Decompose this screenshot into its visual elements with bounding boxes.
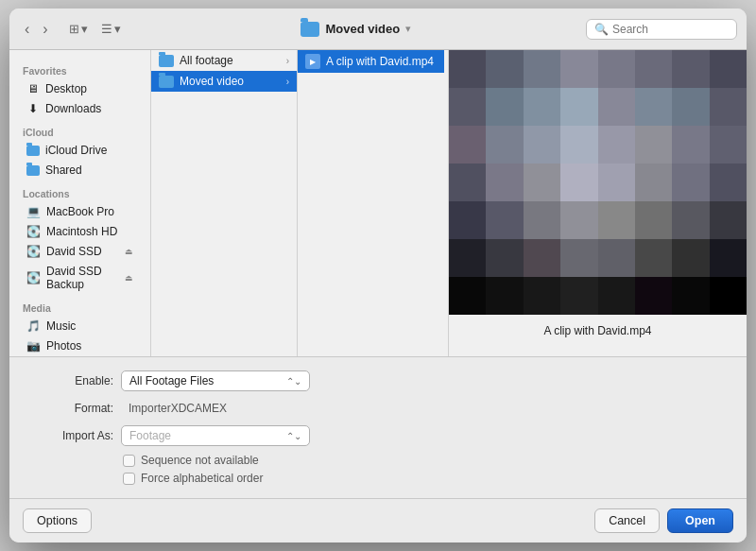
pixel-cell: [710, 164, 747, 201]
alphabetical-checkbox-row[interactable]: Force alphabetical order: [123, 472, 728, 485]
pixel-cell: [524, 126, 560, 164]
enable-dropdown[interactable]: All Footage Files ⌃⌄: [121, 370, 310, 391]
pixel-cell: [524, 164, 560, 201]
sidebar-item-david-ssd[interactable]: 💽 David SSD ⏏: [13, 242, 146, 261]
pixel-cell: [449, 201, 486, 239]
file-browser: All footage › Moved video › ▶ A clip wit…: [151, 50, 449, 356]
format-row: Format: ImporterXDCAMEX: [28, 399, 728, 418]
pixel-cell: [524, 239, 560, 277]
sequence-checkbox[interactable]: [123, 455, 135, 467]
list-item[interactable]: All footage ›: [151, 50, 297, 71]
pixel-cell: [524, 201, 560, 239]
pixel-cell: [672, 277, 709, 315]
desktop-icon: 🖥: [26, 82, 40, 95]
sidebar-item-shared[interactable]: Shared: [13, 161, 146, 180]
folder-label: Moved video ▾: [132, 22, 580, 37]
pixel-cell: [486, 164, 523, 201]
sidebar-item-icloud-drive[interactable]: iCloud Drive: [13, 141, 146, 160]
pixel-cell: [449, 50, 486, 88]
pixel-cell: [598, 164, 635, 201]
options-button[interactable]: Options: [23, 508, 92, 533]
david-ssd-backup-eject-icon[interactable]: ⏏: [125, 273, 133, 283]
media-section-label: Media: [9, 295, 150, 316]
import-as-row: Import As: Footage ⌃⌄: [28, 425, 728, 446]
pixel-cell: [449, 239, 486, 277]
list-view-chevron: ▾: [114, 22, 121, 36]
search-box[interactable]: 🔍: [586, 19, 737, 40]
format-label: Format:: [28, 402, 113, 415]
sidebar-item-icloud-drive-label: iCloud Drive: [45, 144, 107, 157]
pixel-cell: [524, 88, 560, 126]
dropdown-arrow-icon: ⌃⌄: [286, 376, 301, 387]
sidebar-item-desktop-label: Desktop: [45, 82, 87, 95]
list-view-button[interactable]: ☰ ▾: [95, 18, 127, 40]
import-as-dropdown[interactable]: Footage ⌃⌄: [121, 425, 310, 446]
pixel-grid: [449, 50, 747, 315]
folder-chevron-icon: ▾: [405, 23, 411, 35]
current-folder-name: Moved video: [325, 22, 400, 36]
sidebar-item-macintosh-hd[interactable]: 💽 Macintosh HD: [13, 222, 146, 241]
icloud-section-label: iCloud: [9, 119, 150, 140]
sidebar-item-david-ssd-backup[interactable]: 💽 David SSD Backup ⏏: [13, 262, 146, 294]
sidebar: Favorites 🖥 Desktop ⬇ Downloads iCloud i…: [9, 50, 151, 356]
toolbar: ‹ › ⊞ ▾ ☰ ▾ Moved video ▾ 🔍: [9, 9, 747, 50]
file-name: A clip with David.mp4: [326, 55, 434, 68]
list-item[interactable]: ▶ A clip with David.mp4: [298, 50, 444, 73]
import-as-label: Import As:: [28, 429, 113, 442]
pixel-cell: [635, 50, 672, 88]
enable-label: Enable:: [28, 374, 113, 387]
pixel-cell: [635, 88, 672, 126]
search-input[interactable]: [612, 23, 726, 36]
pixel-cell: [710, 201, 747, 239]
sidebar-item-downloads[interactable]: ⬇ Downloads: [13, 99, 146, 118]
search-icon: 🔍: [594, 23, 609, 36]
sidebar-item-david-ssd-backup-label: David SSD Backup: [46, 265, 119, 291]
checkboxes: Sequence not available Force alphabetica…: [123, 454, 728, 485]
pixel-cell: [598, 88, 635, 126]
pixel-cell: [560, 277, 597, 315]
alphabetical-checkbox[interactable]: [123, 473, 135, 485]
list-view-icon: ☰: [101, 22, 112, 36]
downloads-icon: ⬇: [26, 102, 40, 115]
import-as-arrow-icon: ⌃⌄: [286, 431, 301, 441]
sidebar-item-photos[interactable]: 📷 Photos: [13, 336, 146, 355]
david-ssd-icon: 💽: [26, 245, 41, 258]
nav-buttons: ‹ ›: [19, 17, 54, 42]
pixel-cell: [710, 277, 747, 315]
pixel-cell: [486, 239, 523, 277]
macintosh-hd-icon: 💽: [26, 225, 41, 238]
sidebar-item-music[interactable]: 🎵 Music: [13, 317, 146, 336]
columns-view-button[interactable]: ⊞ ▾: [63, 18, 94, 40]
pixel-cell: [635, 277, 672, 315]
preview-panel: A clip with David.mp4: [449, 50, 747, 356]
preview-filename: A clip with David.mp4: [449, 315, 747, 343]
chevron-right-icon: ›: [286, 56, 289, 66]
pixel-cell: [560, 164, 597, 201]
list-item[interactable]: Moved video ›: [151, 71, 297, 92]
columns-view-icon: ⊞: [69, 22, 79, 36]
sidebar-item-desktop[interactable]: 🖥 Desktop: [13, 79, 146, 98]
sidebar-item-macbook-pro[interactable]: 💻 MacBook Pro: [13, 202, 146, 221]
sidebar-item-shared-label: Shared: [45, 164, 82, 177]
sequence-checkbox-row[interactable]: Sequence not available: [123, 454, 728, 467]
pixel-cell: [672, 88, 709, 126]
pixel-cell: [486, 277, 523, 315]
pixel-cell: [449, 88, 486, 126]
david-ssd-eject-icon[interactable]: ⏏: [125, 247, 133, 256]
columns-view-chevron: ▾: [81, 22, 88, 36]
sequence-checkbox-label: Sequence not available: [141, 454, 259, 467]
pixel-cell: [486, 50, 523, 88]
back-button[interactable]: ‹: [19, 17, 35, 42]
cancel-button[interactable]: Cancel: [594, 508, 660, 533]
sidebar-item-macintosh-hd-label: Macintosh HD: [46, 225, 117, 238]
import-settings-panel: Enable: All Footage Files ⌃⌄ Format: Imp…: [9, 356, 747, 498]
chevron-right-icon: ›: [286, 77, 289, 87]
pixel-cell: [635, 239, 672, 277]
preview-image: [449, 50, 747, 315]
open-button[interactable]: Open: [667, 508, 733, 533]
enable-row: Enable: All Footage Files ⌃⌄: [28, 370, 728, 391]
forward-button[interactable]: ›: [37, 17, 53, 42]
pixel-cell: [672, 201, 709, 239]
open-dialog: ‹ › ⊞ ▾ ☰ ▾ Moved video ▾ 🔍 Favorites: [9, 9, 747, 542]
folder-icon: [159, 55, 174, 67]
